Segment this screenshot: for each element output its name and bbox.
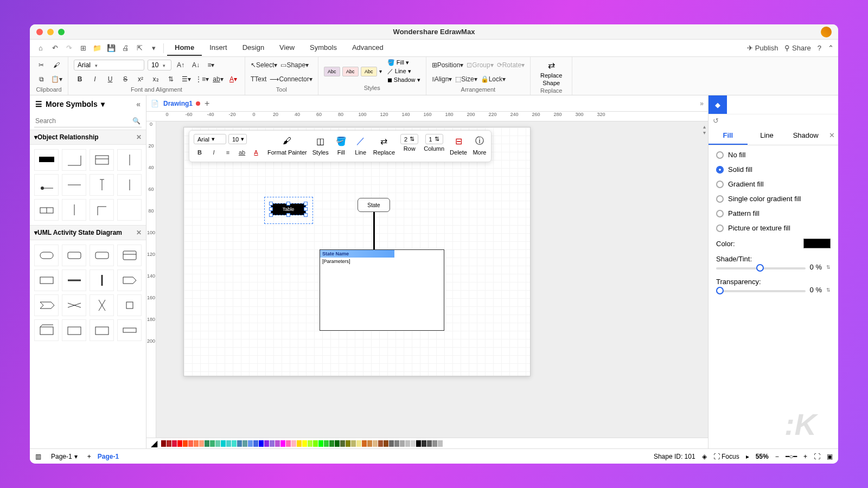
select-tool[interactable]: ↖ Select ▾ [251, 59, 277, 71]
fill-option[interactable]: No fill [716, 151, 831, 159]
color-swatch[interactable] [367, 440, 372, 447]
color-swatch[interactable] [411, 440, 416, 447]
color-swatch[interactable] [373, 440, 378, 447]
color-swatch[interactable] [275, 440, 280, 447]
shadow-dropdown[interactable]: ◼ Shadow ▾ [387, 76, 420, 84]
fill-tab-icon[interactable]: ◆ [709, 95, 727, 114]
minimize-window[interactable] [47, 29, 54, 35]
color-swatch[interactable] [242, 440, 247, 447]
float-align-icon[interactable]: ≡ [222, 146, 234, 158]
lock-dropdown[interactable]: 🔒 Lock▾ [481, 73, 506, 85]
color-swatch[interactable] [416, 440, 421, 447]
subscript-icon[interactable]: x₂ [150, 73, 162, 85]
bold-icon[interactable]: B [74, 73, 86, 85]
color-swatch[interactable] [384, 440, 388, 447]
collapse-ribbon-icon[interactable]: ⌃ [828, 44, 834, 52]
style-more-icon[interactable]: ▾ [379, 68, 382, 74]
history-icon[interactable]: ↺ [713, 117, 719, 125]
color-swatch[interactable] [356, 440, 361, 447]
color-swatch[interactable] [205, 440, 209, 447]
font-family-select[interactable]: Arial [74, 60, 144, 70]
list-icon[interactable]: ⋮≡▾ [195, 73, 209, 85]
grow-font-icon[interactable]: A↑ [175, 59, 187, 71]
color-swatch[interactable] [232, 440, 237, 447]
menu-tab-home[interactable]: Home [167, 40, 202, 56]
color-swatch[interactable] [324, 440, 329, 447]
color-swatch[interactable] [280, 440, 285, 447]
color-swatch[interactable] [286, 440, 291, 447]
shape-thumb[interactable] [117, 149, 142, 171]
float-format-painter[interactable]: 🖌Format Painter [267, 134, 307, 156]
color-picker[interactable] [803, 239, 831, 248]
color-swatch[interactable] [422, 440, 426, 447]
prop-tab-fill[interactable]: Fill [709, 127, 748, 145]
replace-shape-button[interactable]: ⇄ Replace Shape [536, 59, 566, 86]
export-icon[interactable]: ⇱ [133, 42, 146, 55]
shape-thumb[interactable] [62, 149, 86, 171]
float-highlight-icon[interactable]: ab [236, 146, 248, 158]
color-swatch[interactable] [210, 440, 215, 447]
color-swatch[interactable] [427, 440, 432, 447]
home-icon[interactable]: ⌂ [34, 42, 47, 55]
color-swatch[interactable] [183, 440, 188, 447]
canvas[interactable]: ▴▾ Table State [156, 121, 708, 438]
shrink-font-icon[interactable]: A↓ [190, 59, 202, 71]
help-icon[interactable]: ? [818, 44, 821, 52]
color-swatch[interactable] [177, 440, 182, 447]
close-panel-icon[interactable]: ✕ [825, 127, 838, 145]
color-swatch[interactable] [221, 440, 226, 447]
fill-option[interactable]: Gradient fill [716, 180, 831, 188]
color-swatch[interactable] [188, 440, 193, 447]
color-swatch[interactable] [329, 440, 334, 447]
float-delete[interactable]: ⊟Delete [450, 134, 467, 156]
section-object-relationship[interactable]: ▾ Object Relationship✕ [30, 130, 146, 145]
zoom-out-icon[interactable]: − [775, 453, 779, 460]
open-icon[interactable]: 📁 [91, 42, 104, 55]
shape-thumb[interactable] [34, 199, 59, 221]
color-swatch[interactable] [405, 440, 410, 447]
float-more[interactable]: ⓘMore [473, 134, 487, 156]
shape-thumb[interactable] [34, 319, 59, 341]
page-layout-icon[interactable]: ▥ [35, 453, 41, 460]
color-swatch[interactable] [226, 440, 231, 447]
shape-thumb[interactable] [34, 269, 59, 291]
float-styles[interactable]: ◫Styles [312, 134, 329, 156]
user-avatar[interactable] [821, 27, 832, 37]
float-italic-icon[interactable]: I [208, 146, 220, 158]
font-size-select[interactable]: 10 [148, 60, 171, 70]
float-column[interactable]: 1 ⇅Column [424, 134, 444, 152]
shape-thumb[interactable] [90, 245, 114, 266]
color-swatch[interactable] [378, 440, 383, 447]
group-dropdown[interactable]: ⊡ Group▾ [467, 59, 493, 71]
redo-icon[interactable]: ↷ [62, 42, 75, 55]
float-font-size[interactable]: 10 ▾ [228, 134, 247, 144]
color-swatch[interactable] [215, 440, 220, 447]
color-swatch[interactable] [291, 440, 296, 447]
menu-tab-view[interactable]: View [272, 40, 302, 56]
rotate-dropdown[interactable]: ⟳ Rotate▾ [497, 59, 525, 71]
shape-thumb[interactable] [117, 245, 142, 266]
color-swatch[interactable] [199, 440, 204, 447]
shape-thumb[interactable] [34, 174, 59, 196]
close-icon[interactable]: ✕ [136, 229, 142, 236]
focus-button[interactable]: ⛶ Focus [713, 453, 739, 460]
align-icon[interactable]: ≡▾ [205, 59, 217, 71]
zoom-in-icon[interactable]: + [803, 453, 807, 460]
color-swatch[interactable] [432, 440, 437, 447]
float-replace[interactable]: ⇄Replace [373, 134, 395, 156]
cut-icon[interactable]: ✂ [35, 59, 47, 71]
search-icon[interactable]: 🔍 [132, 117, 141, 125]
shape-thumb[interactable] [117, 199, 142, 221]
color-swatch[interactable] [194, 440, 199, 447]
page-tab[interactable]: Page-1 [98, 453, 119, 460]
color-swatch[interactable] [297, 440, 302, 447]
float-fill[interactable]: 🪣Fill [334, 134, 348, 156]
search-input[interactable] [35, 117, 132, 125]
shape-thumb[interactable] [90, 199, 114, 221]
menu-tab-insert[interactable]: Insert [202, 40, 235, 56]
close-icon[interactable]: ✕ [136, 133, 142, 141]
color-swatch[interactable] [248, 440, 253, 447]
shape-thumb[interactable] [62, 294, 86, 316]
transparency-slider[interactable] [716, 290, 806, 292]
new-icon[interactable]: ⊞ [76, 42, 90, 55]
